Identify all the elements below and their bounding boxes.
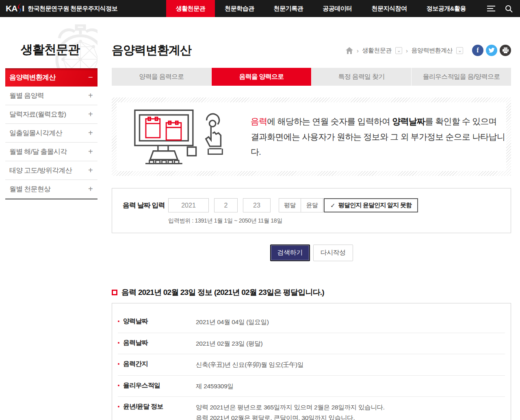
- expand-icon: +: [88, 184, 93, 194]
- breadcrumb: › 생활천문관 ⌄ › 음양력변환계산 ⌄: [346, 47, 463, 54]
- row-value: 제 2459309일: [196, 381, 234, 392]
- action-buttons: 검색하기 다시작성: [112, 245, 511, 261]
- unknown-moon-label: 평달인지 윤달인지 알지 못함: [338, 201, 412, 209]
- twitter-icon[interactable]: [486, 45, 497, 56]
- intro-inner: 음력에 해당하는 연월 숫자를 입력하여 양력날짜를 확인할 수 있으며 결과화…: [117, 102, 506, 171]
- sidebar-item-label: 태양 고도/방위각계산: [9, 166, 72, 175]
- global-nav: 생활천문관 천문학습관 천문기록관 공공데이터 천문지식참여 정보공개&활용: [166, 0, 476, 17]
- day-input[interactable]: [243, 198, 271, 212]
- sidebar-item-lunisolar-conversion[interactable]: 음양력변환계산 −: [5, 68, 98, 87]
- intro-bold: 양력날짜: [392, 117, 425, 126]
- row-label: 음력간지: [118, 359, 196, 370]
- form-row: 음력 날짜 입력 평달 윤달 ✓ 평달인지 윤달인지 알지 못함: [123, 198, 511, 212]
- leap-info-line2: 음력 2021년 02월은 평달로, 큰달이며, 30일까지 있습니다.: [196, 413, 385, 420]
- conversion-tabs: 양력을 음력으로 음력을 양력으로 특정 음력일 찾기 율리우스적일을 음/양력…: [112, 68, 511, 86]
- row-label: 음력날짜: [118, 338, 196, 349]
- tab-find-lunar-date[interactable]: 특정 음력일 찾기: [312, 68, 411, 86]
- row-value: 2021년 02월 23일 (평달): [196, 338, 262, 349]
- result-table: 양력날짜 2021년 04월 04일 (일요일) 음력날짜 2021년 02월 …: [112, 303, 511, 420]
- monitor-click-illustration-icon: [134, 106, 227, 168]
- table-row-lunar-ganji: 음력간지 신축(辛丑)년 신묘(辛卯)월 임오(壬午)일: [118, 354, 505, 376]
- expand-icon: +: [88, 91, 93, 100]
- expand-icon: +: [88, 110, 93, 119]
- row-label: 윤년/윤달 정보: [118, 402, 196, 420]
- intro-line2: 결과화면에는 사용자가 원하는 정보와 그 외 부가정보 순으로 나타납니다.: [251, 132, 505, 157]
- page-layout: 생활천문관: [0, 17, 520, 420]
- search-button[interactable]: 검색하기: [270, 245, 310, 261]
- site-title: 한국천문연구원 천문우주지식정보: [28, 5, 117, 13]
- intro-highlight: 음력: [251, 117, 267, 126]
- leap-info-line1: 양력 2021년은 평년으로 365일까지 있으며 2월은 28일까지 있습니다…: [196, 402, 385, 413]
- facebook-f-glyph: f: [477, 47, 479, 54]
- nav-item-knowledge-participation[interactable]: 천문지식참여: [362, 0, 417, 17]
- nav-item-living-astronomy[interactable]: 생활천문관: [166, 0, 215, 17]
- check-icon: ✓: [330, 202, 335, 209]
- row-value: 2021년 04월 04일 (일요일): [196, 317, 269, 327]
- hamburger-menu-icon[interactable]: [486, 4, 496, 13]
- sidebar-item-label: 달력자료(월력요항): [9, 110, 66, 119]
- sidebar-title: 생활천문관: [21, 41, 80, 58]
- sidebar-header: 생활천문관: [5, 17, 98, 68]
- breadcrumb-dropdown-icon[interactable]: ⌄: [395, 47, 402, 54]
- taegeuk-swoosh-icon: [17, 3, 22, 14]
- breadcrumb-level2: 음양력변환계산: [412, 47, 453, 54]
- row-label: 양력날짜: [118, 317, 196, 327]
- breadcrumb-level1: 생활천문관: [362, 47, 392, 54]
- sidebar-item-label: 월별 해/달 출몰시각: [9, 147, 67, 156]
- sidebar-item-monthly-lunisolar[interactable]: 월별 음양력 +: [5, 87, 98, 105]
- breadcrumb-chevron-icon: ›: [406, 47, 408, 54]
- print-icon[interactable]: [500, 45, 511, 56]
- facebook-icon[interactable]: f: [472, 45, 483, 56]
- main-content: 음양력변환계산 › 생활천문관 ⌄ › 음양력변환계산 ⌄ f: [112, 17, 511, 420]
- table-row-lunar-date: 음력날짜 2021년 02월 23일 (평달): [118, 333, 505, 355]
- tab-julian-day[interactable]: 율리우스적일을 음/양력으로: [412, 68, 511, 86]
- year-input[interactable]: [168, 198, 209, 212]
- title-row: 음양력변환계산 › 생활천문관 ⌄ › 음양력변환계산 ⌄ f: [112, 41, 511, 59]
- result-title: 음력 2021년 02월 23일 정보 (2021년 02월 23일은 평달입니…: [112, 287, 511, 298]
- yundal-button[interactable]: 윤달: [301, 198, 323, 212]
- sidebar-item-label: 월별 음양력: [9, 91, 44, 100]
- month-input[interactable]: [214, 198, 238, 212]
- table-row-leap-info: 윤년/윤달 정보 양력 2021년은 평년으로 365일까지 있으며 2월은 2…: [118, 397, 505, 420]
- share-buttons: f: [472, 45, 511, 56]
- sidebar-item-label: 월별 천문현상: [9, 184, 50, 194]
- logo-mark-right: I: [22, 4, 24, 13]
- intro-part1: 에 해당하는 연월 숫자를 입력하여: [267, 117, 392, 126]
- sidebar-item-calendar-data[interactable]: 달력자료(월력요항) +: [5, 105, 98, 124]
- sidebar: 생활천문관: [5, 17, 98, 420]
- expand-icon: +: [88, 166, 93, 175]
- breadcrumb-chevron-icon: ›: [357, 47, 359, 54]
- tab-lunar-to-solar[interactable]: 음력을 양력으로: [212, 68, 311, 86]
- lunar-date-form: 음력 날짜 입력 평달 윤달 ✓ 평달인지 윤달인지 알지 못함 입력범위 : …: [112, 188, 511, 233]
- table-row-julian-day: 율리우스적일 제 2459309일: [118, 376, 505, 397]
- input-range-hint: 입력범위 : 1391년 1월 1일 ~ 2050년 11월 18일: [168, 217, 511, 225]
- expand-icon: +: [88, 128, 93, 138]
- intro-box: 음력에 해당하는 연월 숫자를 입력하여 양력날짜를 확인할 수 있으며 결과화…: [112, 97, 511, 176]
- row-value: 신축(辛丑)년 신묘(辛卯)월 임오(壬午)일: [196, 359, 303, 370]
- sidebar-item-sun-moon-times[interactable]: 월별 해/달 출몰시각 +: [5, 143, 98, 161]
- unknown-moon-button[interactable]: ✓ 평달인지 윤달인지 알지 못함: [324, 198, 418, 212]
- moon-type-group: 평달 윤달: [279, 198, 323, 212]
- table-row-solar-date: 양력날짜 2021년 04월 04일 (일요일): [118, 312, 505, 333]
- nav-item-astronomy-learning[interactable]: 천문학습관: [215, 0, 264, 17]
- search-icon[interactable]: [505, 5, 513, 13]
- row-value: 양력 2021년은 평년으로 365일까지 있으며 2월은 28일까지 있습니다…: [196, 402, 385, 420]
- row-label: 율리우스적일: [118, 381, 196, 392]
- kasi-logo[interactable]: KA I 한국천문연구원 천문우주지식정보: [6, 3, 117, 14]
- collapse-icon: −: [88, 73, 93, 82]
- sidebar-item-label: 음양력변환계산: [9, 73, 55, 82]
- nav-item-astronomy-records[interactable]: 천문기록관: [264, 0, 313, 17]
- intro-part2: 를 확인할 수 있으며: [425, 117, 497, 126]
- pyeongdal-button[interactable]: 평달: [279, 198, 301, 212]
- sidebar-item-sunrise-sunset[interactable]: 일출일몰시각계산 +: [5, 124, 98, 143]
- reset-button[interactable]: 다시작성: [313, 245, 353, 261]
- sidebar-item-solar-altitude[interactable]: 태양 고도/방위각계산 +: [5, 161, 98, 180]
- sidebar-item-monthly-phenomena[interactable]: 월별 천문현상 +: [5, 180, 98, 199]
- tab-solar-to-lunar[interactable]: 양력을 음력으로: [112, 68, 211, 86]
- breadcrumb-dropdown-icon[interactable]: ⌄: [456, 47, 463, 54]
- top-header: KA I 한국천문연구원 천문우주지식정보 생활천문관 천문학습관 천문기록관 …: [0, 0, 520, 17]
- expand-icon: +: [88, 147, 93, 156]
- nav-item-info-disclosure[interactable]: 정보공개&활용: [417, 0, 476, 17]
- nav-item-public-data[interactable]: 공공데이터: [313, 0, 362, 17]
- home-icon[interactable]: [346, 47, 353, 54]
